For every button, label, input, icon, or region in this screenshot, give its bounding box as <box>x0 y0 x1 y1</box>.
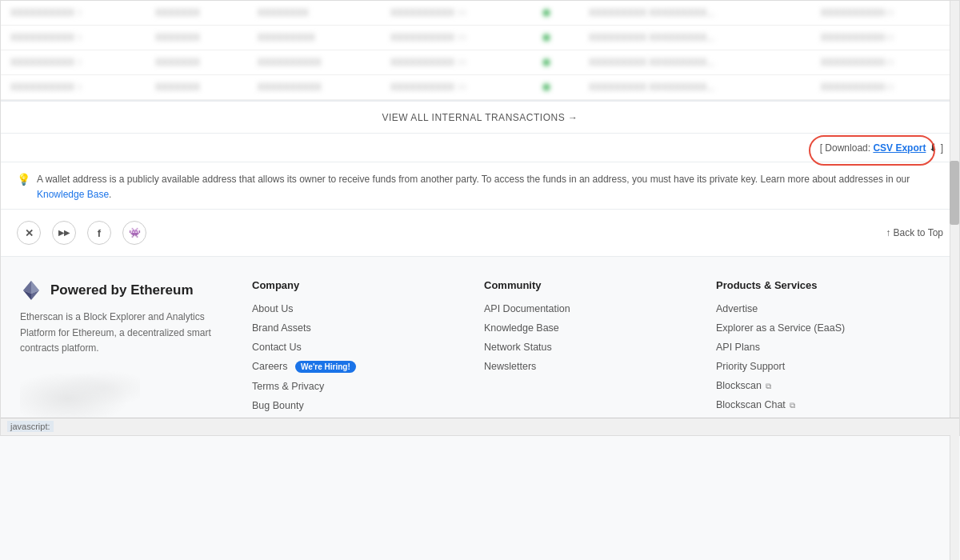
view-all-transactions-bar: VIEW ALL INTERNAL TRANSACTIONS → <box>1 101 959 134</box>
footer-col-community-title: Community <box>484 279 700 291</box>
info-period: . <box>109 189 111 200</box>
footer-link-knowledge-base[interactable]: Knowledge Base <box>484 322 559 334</box>
table-row: XXXXXXXXXX ↑ XXXXXXX XXXXXXXXXX XXXXXXXX… <box>1 50 959 75</box>
facebook-social-icon[interactable]: f <box>87 221 111 245</box>
table-row: XXXXXXXXXX ↑ XXXXXXX XXXXXXXXX XXXXXXXXX… <box>1 26 959 50</box>
footer-link-advertise[interactable]: Advertise <box>716 303 758 314</box>
footer: Powered by Ethereum Etherscan is a Block… <box>1 256 959 435</box>
hiring-badge: We're Hiring! <box>295 361 356 373</box>
footer-link-terms-privacy[interactable]: Terms & Privacy <box>252 381 324 392</box>
info-icon: 💡 <box>17 173 30 186</box>
footer-col-company-title: Company <box>252 279 468 291</box>
footer-col-products: Products & Services Advertise Explorer a… <box>708 279 940 419</box>
table-row: XXXXXXXXXX ↑ XXXXXXX XXXXXXXX XXXXXXXXXX… <box>1 1 959 26</box>
footer-brand-name: Powered by Ethereum <box>50 282 194 298</box>
info-body-text: A wallet address is a publicly available… <box>37 174 910 185</box>
reddit-social-icon[interactable]: 👾 <box>122 221 146 245</box>
footer-link-bug-bounty[interactable]: Bug Bounty <box>252 400 304 411</box>
csv-download-prefix: [ Download: <box>820 142 874 154</box>
view-all-transactions-link[interactable]: VIEW ALL INTERNAL TRANSACTIONS → <box>382 112 578 123</box>
footer-col-products-title: Products & Services <box>716 279 932 291</box>
x-icon: ✕ <box>25 227 34 239</box>
reddit-icon: 👾 <box>129 227 141 238</box>
scrollbar[interactable] <box>950 1 959 560</box>
footer-link-newsletters[interactable]: Newsletters <box>484 361 536 372</box>
external-link-icon: ⧉ <box>766 382 771 390</box>
footer-link-api-plans[interactable]: API Plans <box>716 342 760 353</box>
status-text: javascript: <box>7 421 54 432</box>
footer-link-about-us[interactable]: About Us <box>252 303 293 314</box>
social-icons: ✕ ▶▶ f 👾 <box>17 221 146 245</box>
footer-link-blockscan[interactable]: Blockscan ⧉ <box>716 380 771 391</box>
footer-link-network-status[interactable]: Network Status <box>484 342 552 353</box>
world-map <box>20 367 140 419</box>
footer-brand: Powered by Ethereum Etherscan is a Block… <box>20 279 244 419</box>
footer-brand-desc: Etherscan is a Block Explorer and Analyt… <box>20 310 212 356</box>
footer-columns: Company About Us Brand Assets Contact Us… <box>244 279 940 419</box>
ethereum-logo <box>20 279 42 302</box>
table-row: XXXXXXXXXX ↑ XXXXXXX XXXXXXXXXX XXXXXXXX… <box>1 75 959 100</box>
scrollbar-thumb[interactable] <box>950 161 959 225</box>
footer-link-contact-us[interactable]: Contact Us <box>252 342 302 353</box>
csv-export-link[interactable]: CSV Export <box>873 142 926 154</box>
footer-link-blockscan-chat[interactable]: Blockscan Chat ⧉ <box>716 399 795 410</box>
back-to-top-link[interactable]: ↑ Back to Top <box>886 227 943 238</box>
medium-icon: ▶▶ <box>58 229 70 237</box>
csv-download-suffix: ] <box>941 142 943 154</box>
knowledge-base-link[interactable]: Knowledge Base <box>37 189 109 200</box>
footer-col-community: Community API Documentation Knowledge Ba… <box>476 279 708 419</box>
facebook-icon: f <box>98 227 101 239</box>
social-bar: ✕ ▶▶ f 👾 ↑ Back to Top <box>1 210 959 256</box>
footer-link-api-docs[interactable]: API Documentation <box>484 303 570 314</box>
footer-link-brand-assets[interactable]: Brand Assets <box>252 322 311 334</box>
info-section: 💡 A wallet address is a publicly availab… <box>1 162 959 209</box>
external-link-icon-2: ⧉ <box>790 401 795 410</box>
medium-social-icon[interactable]: ▶▶ <box>52 221 76 245</box>
footer-col-company: Company About Us Brand Assets Contact Us… <box>244 279 476 419</box>
x-social-icon[interactable]: ✕ <box>17 221 41 245</box>
csv-download-bar: [ Download: CSV Export ⬇ ] <box>1 134 959 162</box>
csv-download-icon: ⬇ <box>929 142 938 154</box>
status-bar: javascript: <box>1 418 959 435</box>
transactions-table: XXXXXXXXXX ↑ XXXXXXX XXXXXXXX XXXXXXXXXX… <box>1 1 959 101</box>
footer-link-explorer-eaas[interactable]: Explorer as a Service (EaaS) <box>716 322 845 334</box>
info-text: A wallet address is a publicly available… <box>37 172 943 202</box>
footer-link-careers[interactable]: Careers <box>252 361 287 372</box>
footer-link-priority-support[interactable]: Priority Support <box>716 361 785 372</box>
